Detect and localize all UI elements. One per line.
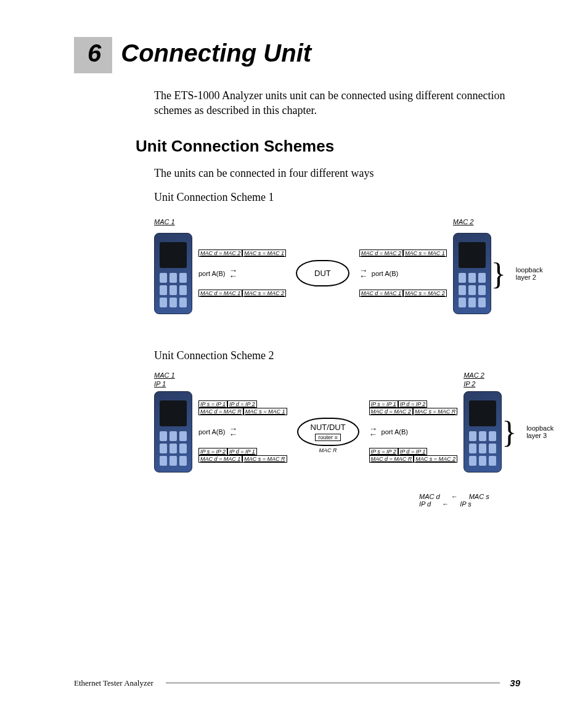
port-label: port A(B) (382, 428, 408, 436)
dut-node: DUT (296, 260, 349, 286)
bidirectional-arrow-icon (369, 426, 378, 437)
loopback-label: loopback layer 2 (516, 266, 559, 281)
bidirectional-arrow-icon (229, 268, 237, 278)
scheme1-left-link: MAC d = MAC 2 MAC s = MAC 1 port A(B) MA… (198, 249, 286, 297)
scheme2-left-link: IP s = IP 1 IP d = IP 2 MAC d = MAC R MA… (198, 400, 287, 463)
section-heading: Unit Connection Schemes (136, 137, 520, 156)
mac-field: MAC d = MAC 2 (198, 249, 242, 257)
brace-icon: } (491, 270, 506, 277)
nut-dut-node: NUT/DUT router ≡ MAC R (297, 418, 359, 446)
section-lead-text: The units can be connected in four diffe… (154, 167, 520, 180)
connection-scheme-1-diagram: MAC 1 MAC d = MAC 2 MAC s = MAC 1 port A… (154, 215, 520, 332)
mac-field: MAC d = MAC 2 (369, 408, 413, 415)
analyzer-device-icon (463, 391, 502, 473)
analyzer-device-icon (154, 391, 192, 473)
brace-icon: } (502, 429, 517, 435)
chapter-title: Connecting Unit (121, 39, 311, 67)
scheme1-left-mac-label: MAC 1 (154, 218, 175, 225)
footer-rule (166, 682, 500, 684)
loopback-label: loopback layer 3 (526, 424, 570, 439)
chapter-number-badge: 6 (74, 37, 112, 73)
mac-field: MAC d = MAC 2 (359, 249, 403, 257)
scheme2-legend: MAC d ← MAC s IP d ← IP s (419, 493, 520, 508)
router-label: router (318, 434, 333, 440)
ip-field: IP d = IP 1 (227, 448, 257, 455)
mac-field: MAC s = MAC 1 (243, 408, 287, 415)
legend-ips: IP s (460, 500, 472, 508)
scheme2-right-mac-label: MAC 2 (463, 371, 484, 379)
ip-field: IP d = IP 2 (227, 400, 257, 408)
scheme1-right-link: MAC d = MAC 2 MAC s = MAC 1 port A(B) MA… (359, 249, 447, 297)
mac-field: MAC s = MAC 2 (414, 455, 457, 463)
swap-arrow-icon: ← (442, 500, 449, 508)
legend-macs: MAC s (469, 493, 489, 500)
legend-macd: MAC d (419, 493, 440, 500)
footer-doc-title: Ethernet Tester Analyzer (74, 678, 153, 688)
mac-field: MAC s = MAC 1 (403, 249, 447, 257)
router-mac-label: MAC R (319, 447, 337, 453)
mac-field: MAC s = MAC R (413, 408, 457, 415)
scheme2-left-ip-label: IP 1 (154, 380, 166, 387)
scheme2-right-ip-label: IP 2 (463, 380, 475, 387)
dut-label: DUT (314, 269, 331, 278)
port-label: port A(B) (198, 270, 225, 277)
ip-field: IP d = IP 2 (398, 400, 428, 408)
ip-field: IP s = IP 1 (369, 400, 398, 408)
connection-scheme-2-diagram: MAC 1 IP 1 IP s = IP 1 IP d = IP 2 MAC d… (154, 373, 520, 508)
mac-field: MAC d = MAC 1 (198, 290, 242, 297)
scheme2-left-mac-label: MAC 1 (154, 371, 175, 379)
ip-field: IP s = IP 1 (198, 400, 227, 408)
mac-field: MAC d = MAC 1 (359, 290, 403, 297)
document-page: 6 Connecting Unit The ETS-1000 Analyzer … (0, 0, 588, 714)
chapter-header: 6 Connecting Unit (74, 37, 520, 73)
scheme2-right-link: IP s = IP 1 IP d = IP 2 MAC d = MAC 2 MA… (369, 400, 458, 463)
port-label: port A(B) (198, 428, 225, 436)
mac-field: MAC s = MAC R (242, 455, 287, 463)
bidirectional-arrow-icon (229, 426, 237, 437)
mac-field: MAC d = MAC 1 (198, 455, 242, 463)
mac-field: MAC d = MAC R (369, 455, 414, 463)
legend-ipd: IP d (419, 500, 431, 508)
swap-arrow-icon: ← (451, 493, 458, 500)
port-label: port A(B) (372, 270, 398, 277)
mac-field: MAC s = MAC 2 (242, 290, 286, 297)
ip-field: IP s = IP 2 (198, 448, 227, 455)
chapter-intro-text: The ETS-1000 Analyzer units unit can be … (154, 88, 514, 118)
ip-field: IP d = IP 1 (398, 448, 428, 455)
mac-field: MAC s = MAC 2 (403, 290, 447, 297)
footer-page-number: 39 (510, 678, 520, 688)
mac-field: MAC d = MAC R (198, 408, 243, 415)
nut-dut-label: NUT/DUT (311, 423, 346, 432)
scheme1-right-mac-label: MAC 2 (453, 218, 474, 225)
scheme1-caption: Unit Connection Scheme 1 (154, 191, 520, 204)
analyzer-device-icon (154, 233, 192, 314)
scheme2-caption: Unit Connection Scheme 2 (154, 349, 520, 362)
page-footer: Ethernet Tester Analyzer 39 (74, 678, 520, 688)
ip-field: IP s = IP 2 (369, 448, 398, 455)
mac-field: MAC s = MAC 1 (242, 249, 286, 257)
analyzer-device-icon (453, 233, 491, 314)
bidirectional-arrow-icon (359, 268, 368, 278)
